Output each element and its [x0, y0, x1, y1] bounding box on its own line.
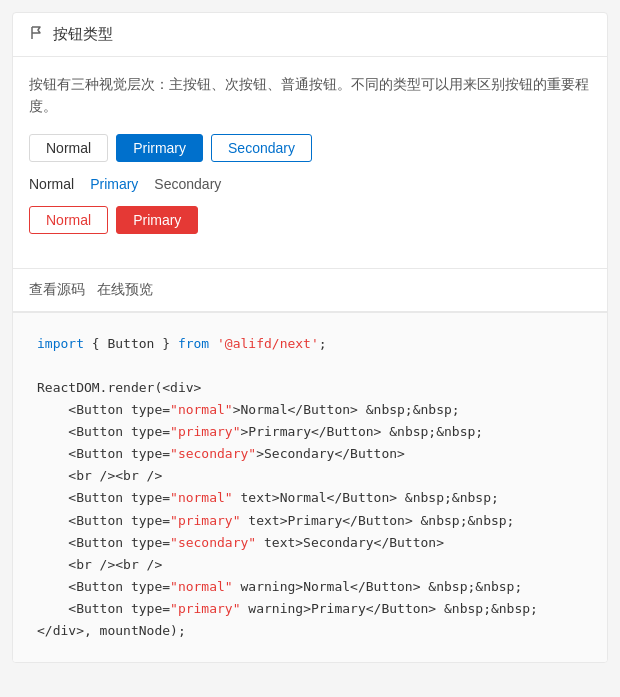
text-primary: Primary	[90, 176, 138, 192]
secondary-button[interactable]: Secondary	[211, 134, 312, 162]
card-title: 按钮类型	[53, 25, 113, 44]
button-row-warning: Normal Primary	[29, 206, 591, 234]
description: 按钮有三种视觉层次：主按钮、次按钮、普通按钮。不同的类型可以用来区别按钮的重要程…	[29, 73, 591, 118]
tab-preview[interactable]: 在线预览	[97, 279, 165, 301]
button-row-1: Normal Prirmary Secondary	[29, 134, 591, 162]
code-block: import { Button } from '@alifd/next'; Re…	[13, 312, 607, 662]
flag-icon	[29, 25, 45, 44]
primary-button[interactable]: Prirmary	[116, 134, 203, 162]
warning-normal-button[interactable]: Normal	[29, 206, 108, 234]
main-card: 按钮类型 按钮有三种视觉层次：主按钮、次按钮、普通按钮。不同的类型可以用来区别按…	[12, 12, 608, 663]
card-body: 按钮有三种视觉层次：主按钮、次按钮、普通按钮。不同的类型可以用来区别按钮的重要程…	[13, 57, 607, 264]
normal-button[interactable]: Normal	[29, 134, 108, 162]
warning-primary-button[interactable]: Primary	[116, 206, 198, 234]
card-header: 按钮类型	[13, 13, 607, 57]
tab-source[interactable]: 查看源码	[29, 279, 97, 301]
text-row: Normal Primary Secondary	[29, 176, 591, 192]
tab-row: 查看源码 在线预览	[13, 269, 607, 312]
text-normal: Normal	[29, 176, 74, 192]
text-secondary: Secondary	[154, 176, 221, 192]
